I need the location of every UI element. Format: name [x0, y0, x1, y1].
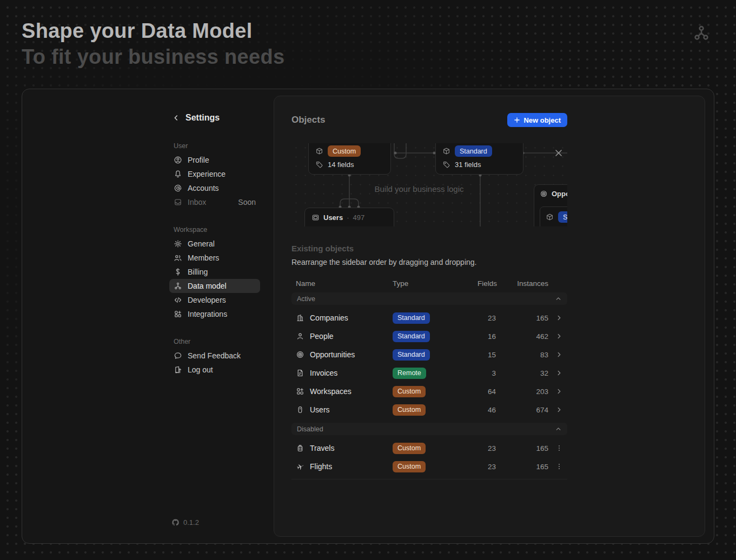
- new-object-label: New object: [523, 116, 561, 124]
- object-name: Users: [323, 214, 343, 222]
- sidebar-item-log-out[interactable]: Log out: [169, 363, 260, 377]
- kebab-menu-icon[interactable]: [548, 463, 563, 470]
- sidebar-item-members[interactable]: Members: [169, 251, 260, 265]
- type-badge: Standard: [393, 312, 430, 324]
- type-badge: Custom: [393, 461, 426, 472]
- instances-value: 165: [496, 314, 548, 322]
- chevron-left-icon[interactable]: [173, 114, 180, 122]
- plus-icon: [514, 117, 520, 123]
- instances-value: 203: [496, 388, 548, 396]
- sidebar-item-developers[interactable]: Developers: [169, 293, 260, 307]
- table-row-companies[interactable]: Companies Standard 23 165: [291, 309, 567, 327]
- chevron-right-icon[interactable]: [548, 406, 563, 414]
- person-icon: [296, 332, 310, 341]
- fields-value: 64: [478, 388, 496, 396]
- table-row-flights[interactable]: Flights Custom 23 165: [291, 457, 567, 476]
- page-title: Shape your Data Model: [22, 19, 253, 43]
- chevron-right-icon[interactable]: [548, 351, 563, 358]
- mouse-icon: [296, 405, 310, 414]
- section-label-user: User: [169, 141, 260, 151]
- sidebar-item-profile[interactable]: Profile: [169, 153, 260, 167]
- tag-icon: [442, 161, 450, 169]
- instances-value: 674: [496, 406, 548, 414]
- section-label-other: Other: [169, 336, 260, 347]
- sidebar-item-experience[interactable]: Experience: [169, 167, 260, 181]
- plane-icon: [296, 462, 310, 471]
- row-name: Companies: [310, 314, 393, 322]
- table-row-invoices[interactable]: Invoices Remote 3 32: [291, 364, 567, 382]
- table-row-travels[interactable]: Travels Custom 23 165: [291, 439, 567, 457]
- row-name: Workspaces: [310, 387, 393, 396]
- row-name: Invoices: [310, 369, 393, 377]
- table-row-people[interactable]: People Standard 16 462: [291, 327, 567, 345]
- table-row-opportunities[interactable]: Opportunities Standard 15 83: [291, 345, 567, 364]
- fields-value: 16: [478, 332, 496, 341]
- settings-sidebar: Settings User Profile Experience Accoun: [169, 111, 260, 377]
- table-header: Name Type Fields Instances: [291, 278, 567, 289]
- luggage-icon: [296, 444, 310, 452]
- type-badge: Custom: [393, 404, 426, 416]
- chat-bubble-icon: [174, 351, 182, 360]
- column-fields: Fields: [478, 279, 496, 288]
- table-row-workspaces[interactable]: Workspaces Custom 64 203: [291, 382, 567, 401]
- objects-panel: Objects New object: [274, 96, 705, 537]
- network-icon: [174, 282, 182, 290]
- sidebar-item-label: Experience: [188, 170, 226, 178]
- column-name: Name: [296, 279, 393, 288]
- sidebar-item-accounts[interactable]: Accounts: [169, 181, 260, 195]
- type-badge: Standard: [558, 211, 567, 223]
- chevron-right-icon[interactable]: [548, 314, 563, 322]
- instances-value: 165: [496, 444, 548, 452]
- settings-back[interactable]: Settings: [169, 111, 260, 125]
- diagram-card-standard[interactable]: Standard 31 fields: [435, 143, 523, 175]
- sidebar-item-label: Developers: [188, 296, 226, 304]
- fields-value: 23: [478, 314, 496, 322]
- user-circle-icon: [174, 156, 182, 164]
- kebab-menu-icon[interactable]: [548, 444, 563, 452]
- chevron-up-icon[interactable]: [555, 425, 562, 432]
- sidebar-item-send-feedback[interactable]: Send Feedback: [169, 349, 260, 363]
- sidebar-item-data-model[interactable]: Data model: [169, 279, 260, 293]
- building-icon: [296, 314, 310, 322]
- sidebar-item-label: Log out: [188, 365, 213, 374]
- separator: ·: [347, 214, 349, 222]
- at-sign-icon: [174, 184, 182, 192]
- data-model-network-icon: [692, 24, 711, 42]
- sidebar-item-label: Integrations: [188, 310, 227, 318]
- cube-icon: [442, 147, 450, 155]
- chevron-up-icon[interactable]: [555, 295, 562, 302]
- existing-objects-subheading: Rearrange the sidebar order by dragging …: [291, 258, 567, 269]
- diagram-card-opportunities[interactable]: Opportunities Standard: [534, 184, 567, 226]
- data-model-diagram[interactable]: Custom 14 fields Standard: [291, 143, 567, 226]
- instance-count: 497: [353, 214, 364, 222]
- table-row-users[interactable]: Users Custom 46 674: [291, 401, 567, 419]
- fields-count: 31 fields: [455, 161, 481, 169]
- sidebar-item-label: Accounts: [188, 184, 219, 192]
- row-name: Opportunities: [310, 350, 393, 359]
- chevron-right-icon[interactable]: [548, 369, 563, 377]
- sidebar-item-general[interactable]: General: [169, 237, 260, 251]
- settings-window: Settings User Profile Experience Accoun: [22, 89, 714, 544]
- group-label: Active: [297, 295, 315, 303]
- group-label: Disabled: [297, 425, 323, 433]
- group-header-disabled[interactable]: Disabled: [291, 423, 567, 435]
- cube-icon: [546, 213, 554, 221]
- diagram-card-custom[interactable]: Custom 14 fields: [308, 143, 391, 175]
- new-object-button[interactable]: New object: [507, 113, 567, 127]
- sidebar-item-label: Members: [188, 254, 219, 262]
- table-bottom-divider: [291, 479, 567, 479]
- sidebar-item-integrations[interactable]: Integrations: [169, 307, 260, 321]
- group-header-active[interactable]: Active: [291, 292, 567, 305]
- instances-value: 462: [496, 332, 548, 341]
- sidebar-item-billing[interactable]: Billing: [169, 265, 260, 279]
- version-number: 0.1.2: [183, 518, 199, 526]
- sidebar-item-label: General: [188, 239, 215, 248]
- row-name: Users: [310, 405, 393, 414]
- chevron-right-icon[interactable]: [548, 332, 563, 340]
- chevron-right-icon[interactable]: [548, 388, 563, 395]
- bell-icon: [174, 170, 182, 178]
- type-badge: Standard: [455, 145, 492, 157]
- gear-icon: [174, 239, 182, 248]
- diagram-card-users[interactable]: Users · 497: [304, 208, 394, 226]
- type-badge: Remote: [393, 368, 426, 379]
